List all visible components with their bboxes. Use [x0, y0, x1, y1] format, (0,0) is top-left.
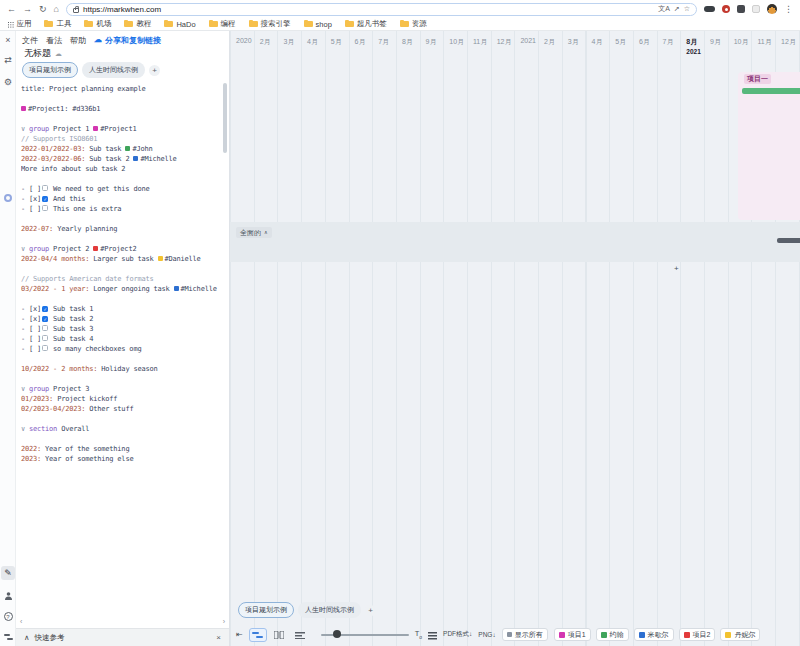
- bookmark-star-icon[interactable]: ☆: [684, 5, 690, 13]
- code-line[interactable]: [21, 214, 219, 224]
- export-png-button[interactable]: PNG↓: [478, 631, 495, 638]
- add-tab-button[interactable]: +: [365, 605, 376, 616]
- code-line[interactable]: ∨ group Project 3: [21, 384, 219, 394]
- code-line[interactable]: 2022-04/4 months: Larger sub task #Danie…: [21, 254, 219, 264]
- share-link-button[interactable]: ☁ 分享和复制链接: [94, 35, 161, 46]
- close-quickref-icon[interactable]: ×: [216, 633, 221, 642]
- quick-reference-bar[interactable]: ∧ 快速参考 ×: [16, 628, 229, 646]
- code-line[interactable]: ∨ section Overall: [21, 424, 219, 434]
- checkbox-unchecked[interactable]: [42, 205, 48, 211]
- code-line[interactable]: - [ ] so many checkboxes omg: [21, 344, 219, 354]
- section-bar[interactable]: [777, 238, 800, 243]
- code-line[interactable]: 03/2022 - 1 year: Longer ongoing task #M…: [21, 284, 219, 294]
- code-line[interactable]: // Supports ISO8601: [21, 134, 219, 144]
- code-line[interactable]: [21, 354, 219, 364]
- slider-knob[interactable]: [333, 630, 341, 638]
- edit-pencil-icon[interactable]: ✎: [1, 566, 15, 580]
- profile-avatar[interactable]: [767, 4, 777, 14]
- back-icon[interactable]: ←: [7, 5, 16, 14]
- group-bar[interactable]: [742, 88, 800, 94]
- code-line[interactable]: #Project1: #d336b1: [21, 104, 219, 114]
- add-tab-button[interactable]: +: [149, 65, 160, 76]
- browser-menu-icon[interactable]: ⋮: [784, 5, 793, 14]
- translate-icon[interactable]: 文A: [658, 4, 670, 14]
- code-line[interactable]: title: Project planning example: [21, 84, 219, 94]
- code-line[interactable]: - [ ] We need to get this done: [21, 184, 219, 194]
- editor-horizontal-scrollbar[interactable]: ‹ ›: [20, 617, 225, 626]
- checkbox-unchecked[interactable]: [42, 325, 48, 331]
- legend-item[interactable]: 约翰: [596, 628, 629, 641]
- code-line[interactable]: More info about sub task 2: [21, 164, 219, 174]
- menu-item[interactable]: 文件: [22, 35, 38, 46]
- code-line[interactable]: ∨ group Project 2 #Project2: [21, 244, 219, 254]
- workspace-tab[interactable]: 人生时间线示例: [82, 62, 145, 78]
- code-line[interactable]: 2022-01/2022-03: Sub task #John: [21, 144, 219, 154]
- bookmark-folder[interactable]: HaDo: [164, 19, 195, 29]
- view-list-button[interactable]: [291, 628, 309, 642]
- view-columns-button[interactable]: [270, 628, 288, 642]
- code-line[interactable]: 10/2022 - 2 months: Holiday season: [21, 364, 219, 374]
- url-text[interactable]: https://markwhen.com: [83, 5, 654, 14]
- workspace-tab[interactable]: 人生时间线示例: [298, 602, 361, 618]
- checkbox-unchecked[interactable]: [42, 345, 48, 351]
- bookmark-folder[interactable]: shop: [304, 19, 332, 29]
- code-line[interactable]: - [ ] Sub task 4: [21, 334, 219, 344]
- code-line[interactable]: [21, 94, 219, 104]
- menu-item[interactable]: 看法: [46, 35, 62, 46]
- close-panel-icon[interactable]: ×: [0, 36, 16, 45]
- legend-item[interactable]: 项目2: [679, 628, 716, 641]
- extension-icon-2[interactable]: [722, 5, 730, 13]
- code-line[interactable]: - [x] And this: [21, 194, 219, 204]
- collapse-left-button[interactable]: ⇤: [236, 631, 243, 639]
- zoom-slider[interactable]: [321, 628, 409, 642]
- scroll-left-icon[interactable]: ‹: [20, 618, 22, 625]
- forward-icon[interactable]: →: [23, 5, 32, 14]
- share-page-icon[interactable]: ↗: [674, 5, 680, 13]
- legend-item[interactable]: 丹妮尔: [720, 628, 760, 641]
- checkbox-unchecked[interactable]: [42, 185, 48, 191]
- extension-icon-4[interactable]: [752, 5, 760, 13]
- legend-item[interactable]: 项目1: [554, 628, 591, 641]
- settings-gear-icon[interactable]: ⚙: [0, 78, 16, 87]
- timeline-view-icon[interactable]: [0, 633, 16, 643]
- workspace-tab[interactable]: 项目规划示例: [22, 62, 78, 78]
- code-line[interactable]: [21, 434, 219, 444]
- user-icon[interactable]: [0, 591, 16, 602]
- code-line[interactable]: 2022-03/2022-06: Sub task 2 #Michelle: [21, 154, 219, 164]
- bookmark-apps[interactable]: 应用: [8, 19, 31, 29]
- bookmark-folder[interactable]: 搜索引擎: [249, 19, 291, 29]
- reload-icon[interactable]: ↻: [39, 5, 47, 14]
- editor-vertical-scrollbar[interactable]: [223, 83, 227, 153]
- show-all-button[interactable]: 显示所有: [502, 628, 548, 641]
- code-line[interactable]: 02/2023-04/2023: Other stuff: [21, 404, 219, 414]
- address-bar[interactable]: https://markwhen.com 文A ↗ ☆: [66, 3, 697, 16]
- code-area[interactable]: title: Project planning example #Project…: [21, 81, 219, 616]
- code-line[interactable]: [21, 174, 219, 184]
- code-line[interactable]: - [x] Sub task 1: [21, 304, 219, 314]
- code-line[interactable]: - [x] Sub task 2: [21, 314, 219, 324]
- export-pdf-button[interactable]: PDF格式↓: [443, 630, 472, 639]
- code-line[interactable]: [21, 414, 219, 424]
- code-line[interactable]: // Supports American date formats: [21, 274, 219, 284]
- workspace-tab[interactable]: 项目规划示例: [238, 602, 294, 618]
- section-badge[interactable]: 全面的 ∧: [236, 227, 272, 238]
- bookmark-folder[interactable]: 工具: [44, 19, 71, 29]
- document-title[interactable]: 无标题 ☁: [24, 47, 62, 60]
- extension-icon-3[interactable]: [737, 5, 745, 13]
- home-icon[interactable]: ⌂: [54, 5, 59, 14]
- bookmark-folder[interactable]: 教程: [124, 19, 151, 29]
- collapse-icon[interactable]: ∧: [24, 633, 30, 642]
- code-line[interactable]: [21, 264, 219, 274]
- group-badge[interactable]: 项目一: [744, 74, 771, 84]
- code-line[interactable]: 2022-07: Yearly planning: [21, 224, 219, 234]
- menu-item[interactable]: 帮助: [70, 35, 86, 46]
- extension-icon-1[interactable]: [704, 6, 715, 12]
- bookmark-folder[interactable]: 超凡书签: [345, 19, 387, 29]
- rows-button[interactable]: [428, 626, 437, 644]
- code-line[interactable]: 2022: Year of the something: [21, 444, 219, 454]
- checkbox-checked[interactable]: [42, 316, 48, 322]
- code-line[interactable]: ∨ group Project 1 #Project1: [21, 124, 219, 134]
- code-line[interactable]: 2023: Year of something else: [21, 454, 219, 464]
- code-line[interactable]: [21, 114, 219, 124]
- code-line[interactable]: [21, 374, 219, 384]
